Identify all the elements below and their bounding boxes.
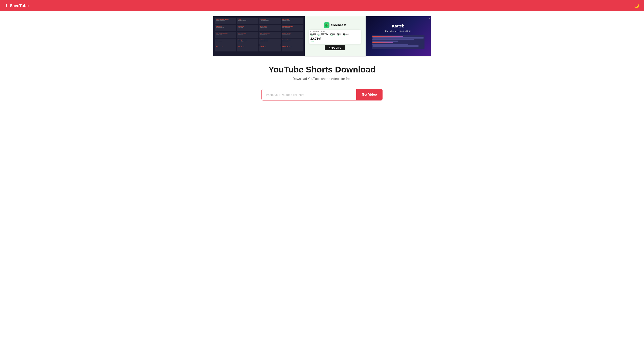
stat-1: 38,328 +8%: [310, 33, 316, 36]
ad-cell: HTML Formatter Format HTML code: [215, 46, 236, 52]
main-content: YouTube Shorts Download Download YouTube…: [0, 56, 644, 108]
katteb-screenshot: [372, 35, 424, 49]
screen-bar-5: [372, 44, 408, 45]
ad-panel-right: ✕ Katteb Fact-check content with AI: [366, 16, 431, 56]
ad-cell: CSV to JSON Convert CSV to JSON: [259, 25, 281, 31]
slidebeast-name: slidebeast: [331, 24, 346, 27]
ad-cell: Encoder - Decoder Encode and decode text: [282, 32, 303, 38]
slidebeast-icon: 🐉: [324, 22, 330, 28]
search-form: Get Video: [262, 89, 382, 100]
ad-cell: HTML To Markdown Convert HTML to Markdow…: [282, 46, 303, 52]
katteb-subtitle: Fact-check content with AI: [385, 30, 411, 32]
page-title: YouTube Shorts Download: [268, 64, 376, 75]
ad-close-button[interactable]: ✕: [428, 17, 430, 19]
ad-cell: Encoder - Decoder Multi format decoder: [282, 38, 303, 44]
page-subtitle: Download YouTube shorts videos for free: [292, 77, 352, 81]
dark-mode-toggle[interactable]: 🌙: [634, 3, 639, 8]
stat-2: 250,000 TRY +15%: [318, 33, 328, 36]
ad-cell: Code Snippet to Image Create code screen…: [282, 25, 303, 31]
ad-cell: CSS Formatter Format your CSS code: [282, 18, 303, 24]
screen-bar-4: [372, 42, 393, 44]
url-input[interactable]: [262, 89, 356, 100]
screen-bar-accent: [372, 36, 403, 37]
appsumo-badge: APPSUMO: [324, 46, 346, 50]
ad-cell: CSS Preview Preview CSS live: [237, 25, 258, 31]
ad-cell: Data URL Generator Generate data URLs: [259, 32, 281, 38]
navbar: ⬇ SaveTube 🌙: [0, 0, 644, 11]
screen-bar-1: [372, 37, 424, 38]
ad-cell: Color Information Get color details: [237, 32, 258, 38]
stat-3: 37,000 +12%: [330, 33, 335, 36]
ad-cell: CSS Corners Create custom corner radii: [259, 18, 281, 24]
ad-cell: HTML Sanitizer Clean HTML code: [259, 46, 281, 52]
download-icon: ⬇: [5, 4, 8, 8]
chart-numbers: 38,328 +8% 250,000 TRY +15% 37,000 +12% …: [310, 33, 360, 36]
navbar-right: 🌙: [634, 3, 639, 8]
ad-cell: Color Contrast Calculator Check color co…: [215, 32, 236, 38]
big-stat: 42.71%: [310, 37, 360, 41]
big-stat-change: +10%: [310, 41, 360, 42]
katteb-title: Katteb: [392, 24, 404, 28]
screen-bar-6: [372, 46, 419, 46]
ad-cell: GraphQL Formatter Format GraphQL queries: [237, 38, 258, 44]
chart-title: E-Commerce Overview: [310, 31, 360, 32]
ad-chart: E-Commerce Overview 38,328 +8% 250,000 T…: [309, 30, 361, 44]
ad-banner: Base64 - Encode / Decoder Encode and dec…: [213, 16, 431, 56]
ad-cell: Faker Generate fake data: [215, 38, 236, 44]
ad-cell: Base64 - Encode / Decoder Encode and dec…: [215, 18, 236, 24]
ad-panel-left: Base64 - Encode / Decoder Encode and dec…: [213, 16, 305, 56]
ad-cell: HMAC Generator Generate HMAC hashes: [259, 38, 281, 44]
get-video-button[interactable]: Get Video: [356, 89, 382, 100]
ad-cell: HTML Preview Preview HTML live: [237, 46, 258, 52]
brand-logo[interactable]: ⬇ SaveTube: [5, 4, 29, 8]
screen-bar-3: [372, 40, 398, 42]
brand-name: SaveTube: [10, 4, 29, 8]
screen-bar-2: [372, 39, 414, 40]
stat-5: 71,410 +7%: [343, 33, 349, 36]
slidebeast-logo: 🐉 slidebeast: [324, 22, 346, 28]
ad-panel-middle: 🐉 slidebeast E-Commerce Overview 38,328 …: [305, 16, 366, 56]
stat-4: 71.55 +5%: [337, 33, 342, 36]
ad-cell: CSS Minifier Minify CSS to reduce size: [215, 25, 236, 31]
ad-cell: CRON Generate cron expressions: [237, 18, 258, 24]
